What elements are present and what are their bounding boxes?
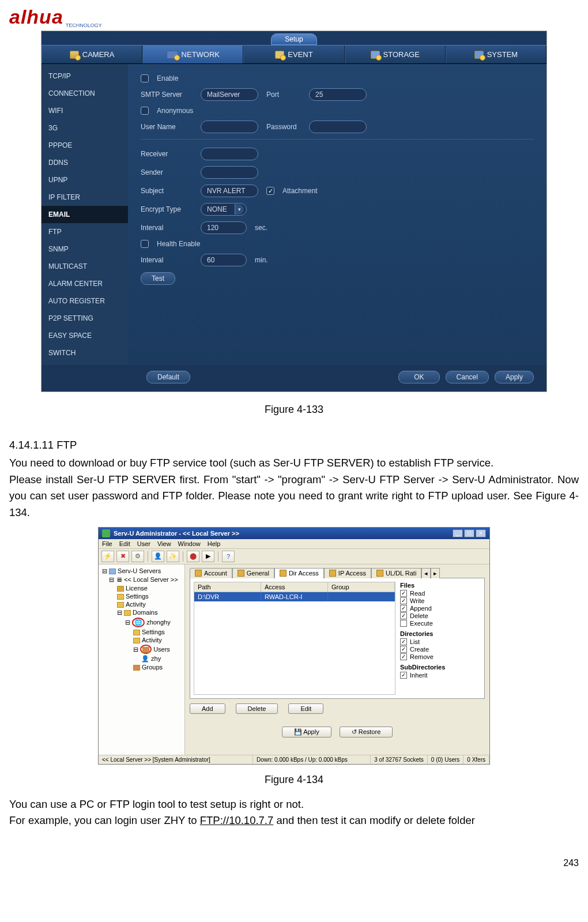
storage-icon bbox=[371, 51, 380, 59]
add-button[interactable]: Add bbox=[190, 703, 225, 714]
sidebar-item-tcp/ip[interactable]: TCP/IP bbox=[42, 67, 128, 85]
enable-checkbox[interactable] bbox=[141, 74, 149, 82]
setup-tab[interactable]: Setup bbox=[271, 33, 317, 45]
tab-camera[interactable]: CAMERA bbox=[42, 46, 142, 63]
status-admin: << Local Server >> [System Administrator… bbox=[99, 755, 253, 764]
ok-button[interactable]: OK bbox=[398, 371, 439, 383]
sidebar-item-easy-space[interactable]: EASY SPACE bbox=[42, 327, 128, 344]
maximize-button[interactable]: □ bbox=[464, 529, 474, 537]
interval-input[interactable]: 120 bbox=[201, 221, 247, 234]
toolbar-lightning-icon[interactable]: ⚡ bbox=[101, 551, 114, 562]
sidebar-item-ftp[interactable]: FTP bbox=[42, 223, 128, 240]
password-input[interactable] bbox=[309, 121, 367, 133]
cancel-button[interactable]: Cancel bbox=[446, 371, 489, 383]
tree-domains[interactable]: ⊟ Domains bbox=[100, 608, 183, 617]
file-perm-row-write: Write bbox=[400, 597, 481, 604]
sidebar-item-3g[interactable]: 3G bbox=[42, 119, 128, 137]
enable-label: Enable bbox=[157, 74, 178, 82]
user-tab-ip-access[interactable]: IP Access bbox=[324, 568, 371, 578]
tree-domain-activity[interactable]: Activity bbox=[100, 636, 183, 644]
tab-scroll-left[interactable]: ◂ bbox=[421, 568, 431, 578]
sidebar-item-snmp[interactable]: SNMP bbox=[42, 240, 128, 258]
menu-user[interactable]: User bbox=[137, 540, 150, 547]
toolbar-stop-icon[interactable]: ⬤ bbox=[187, 551, 199, 562]
menu-view[interactable]: View bbox=[157, 540, 171, 547]
menu-window[interactable]: Window bbox=[178, 540, 201, 547]
test-button[interactable]: Test bbox=[141, 272, 175, 285]
file-perm-checkbox-write[interactable] bbox=[400, 597, 407, 604]
toolbar-settings-icon[interactable]: ⚙ bbox=[131, 551, 144, 562]
health-enable-label: Health Enable bbox=[157, 240, 200, 248]
toolbar-help-icon[interactable]: ? bbox=[222, 551, 235, 562]
tab-label: Account bbox=[204, 570, 227, 577]
health-enable-checkbox[interactable] bbox=[141, 240, 149, 248]
tab-scroll-right[interactable]: ▸ bbox=[431, 568, 440, 578]
file-perm-checkbox-execute[interactable] bbox=[400, 620, 407, 627]
close-button[interactable]: × bbox=[476, 529, 486, 537]
restore-button[interactable]: ↺ Restore bbox=[340, 727, 393, 737]
sidebar-item-ddns[interactable]: DDNS bbox=[42, 154, 128, 171]
tree-activity[interactable]: Activity bbox=[100, 600, 183, 608]
sidebar-item-alarm-center[interactable]: ALARM CENTER bbox=[42, 275, 128, 292]
apply-button[interactable]: 💾 Apply bbox=[282, 727, 331, 737]
tree-domain-settings[interactable]: Settings bbox=[100, 628, 183, 636]
file-perm-checkbox-delete[interactable] bbox=[400, 612, 407, 619]
sidebar-item-upnp[interactable]: UPNP bbox=[42, 171, 128, 189]
tree-domain-zhonghy[interactable]: ⊟ 🌐 zhonghy bbox=[100, 617, 183, 628]
user-tab-account[interactable]: Account bbox=[190, 568, 232, 578]
tree-local-server[interactable]: ⊟ 🖥 << Local Server >> bbox=[100, 575, 183, 584]
sidebar-item-ip-filter[interactable]: IP FILTER bbox=[42, 189, 128, 206]
tree-root[interactable]: ⊟ Serv-U Servers bbox=[100, 567, 183, 575]
edit-button[interactable]: Edit bbox=[288, 703, 323, 714]
subdir-perm-checkbox-inherit[interactable] bbox=[400, 672, 407, 679]
tab-event[interactable]: EVENT bbox=[243, 46, 344, 63]
tree-users[interactable]: ⊟ Users bbox=[100, 644, 183, 654]
toolbar-delete-icon[interactable]: ✖ bbox=[116, 551, 129, 562]
interval2-input[interactable]: 60 bbox=[201, 254, 247, 266]
list-row-selected[interactable]: D:\DVR RWAD-LCR-I bbox=[194, 592, 395, 601]
tab-storage[interactable]: STORAGE bbox=[345, 46, 446, 63]
default-button[interactable]: Default bbox=[146, 371, 190, 383]
tree-groups[interactable]: Groups bbox=[100, 663, 183, 671]
menu-edit[interactable]: Edit bbox=[119, 540, 130, 547]
toolbar-user-icon[interactable]: 👤 bbox=[152, 551, 164, 562]
sidebar-item-p2p-setting[interactable]: P2P SETTING bbox=[42, 310, 128, 327]
tab-network[interactable]: NETWORK bbox=[142, 46, 243, 63]
sidebar-item-multicast[interactable]: MULTICAST bbox=[42, 258, 128, 275]
dir-perm-checkbox-create[interactable] bbox=[400, 646, 407, 653]
sidebar-item-switch[interactable]: SWITCH bbox=[42, 344, 128, 362]
encrypt-select[interactable]: NONE▾ bbox=[201, 203, 247, 216]
port-input[interactable]: 25 bbox=[309, 88, 367, 101]
username-input[interactable] bbox=[201, 121, 258, 133]
sidebar-item-connection[interactable]: CONNECTION bbox=[42, 85, 128, 102]
anonymous-checkbox[interactable] bbox=[141, 107, 149, 115]
sender-input[interactable] bbox=[201, 166, 258, 179]
user-tab-dir-access[interactable]: Dir Access bbox=[274, 568, 324, 578]
dir-perm-checkbox-remove[interactable] bbox=[400, 653, 407, 660]
dir-perm-checkbox-list[interactable] bbox=[400, 638, 407, 645]
minimize-button[interactable]: _ bbox=[453, 529, 463, 537]
menu-help[interactable]: Help bbox=[208, 540, 221, 547]
file-perm-checkbox-append[interactable] bbox=[400, 605, 407, 612]
file-perm-checkbox-read[interactable] bbox=[400, 590, 407, 597]
sidebar-item-wifi[interactable]: WIFI bbox=[42, 102, 128, 119]
attachment-checkbox[interactable] bbox=[266, 187, 274, 195]
tree-settings[interactable]: Settings bbox=[100, 592, 183, 600]
smtp-server-input[interactable]: MailServer bbox=[201, 88, 258, 101]
apply-button[interactable]: Apply bbox=[495, 371, 534, 383]
tree-license[interactable]: License bbox=[100, 584, 183, 592]
toolbar-wizard-icon[interactable]: ✨ bbox=[167, 551, 179, 562]
menu-file[interactable]: File bbox=[102, 540, 112, 547]
sidebar-item-pppoe[interactable]: PPPOE bbox=[42, 137, 128, 154]
subject-input[interactable]: NVR ALERT bbox=[201, 185, 258, 197]
tab-system[interactable]: SYSTEM bbox=[446, 46, 546, 63]
sidebar-item-auto-register[interactable]: AUTO REGISTER bbox=[42, 292, 128, 310]
receiver-input[interactable] bbox=[201, 148, 258, 160]
user-tab-general[interactable]: General bbox=[232, 568, 274, 578]
user-tab-ul-dl-rati[interactable]: UL/DL Rati bbox=[371, 568, 421, 578]
ftp-link[interactable]: FTP://10.10.7.7 bbox=[200, 814, 274, 826]
sidebar-item-email[interactable]: EMAIL bbox=[42, 206, 128, 223]
delete-button[interactable]: Delete bbox=[236, 703, 278, 714]
tree-user-zhy[interactable]: 👤 zhy bbox=[100, 654, 183, 663]
toolbar-action-icon[interactable]: ▶ bbox=[202, 551, 214, 562]
